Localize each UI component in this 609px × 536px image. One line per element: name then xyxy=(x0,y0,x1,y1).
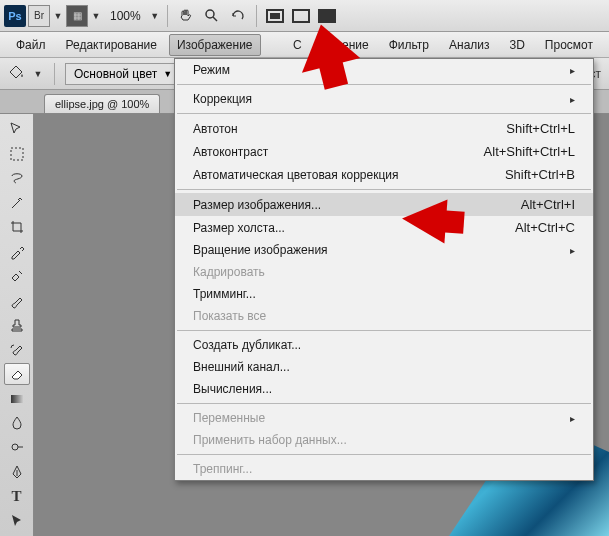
eyedropper-tool-icon[interactable] xyxy=(4,240,30,262)
menu-image-size[interactable]: Размер изображения...Alt+Ctrl+I xyxy=(175,193,593,216)
fill-source-label: Основной цвет xyxy=(74,67,157,81)
menu-edit[interactable]: Редактирование xyxy=(58,34,165,56)
menu-3d[interactable]: 3D xyxy=(502,34,533,56)
menu-autocolor[interactable]: Автоматическая цветовая коррекцияShift+C… xyxy=(175,163,593,186)
paint-bucket-icon[interactable] xyxy=(6,62,26,85)
app-toolbar: Ps Br ▼ ▦ ▼ 100% ▼ xyxy=(0,0,609,32)
menu-trap: Треппинг... xyxy=(175,458,593,480)
tool-palette: T xyxy=(0,114,34,536)
minibridge-icon[interactable]: ▦ xyxy=(66,5,88,27)
fill-source-select[interactable]: Основной цвет ▼ xyxy=(65,63,181,85)
blur-tool-icon[interactable] xyxy=(4,412,30,434)
menu-adjustments[interactable]: Коррекция xyxy=(175,88,593,110)
type-tool-icon[interactable]: T xyxy=(4,485,30,507)
screenmode-standard-icon[interactable] xyxy=(263,5,287,27)
zoom-level[interactable]: 100% xyxy=(104,9,147,23)
separator xyxy=(54,63,55,85)
menu-canvas-size[interactable]: Размер холста...Alt+Ctrl+C xyxy=(175,216,593,239)
ps-logo-icon: Ps xyxy=(4,5,26,27)
menu-filter[interactable]: Фильтр xyxy=(381,34,437,56)
menu-file[interactable]: Файл xyxy=(8,34,54,56)
menu-duplicate[interactable]: Создать дубликат... xyxy=(175,334,593,356)
svg-rect-3 xyxy=(11,395,23,403)
dodge-tool-icon[interactable] xyxy=(4,436,30,458)
separator xyxy=(167,5,168,27)
document-tab[interactable]: ellipse.jpg @ 100% xyxy=(44,94,160,113)
heal-tool-icon[interactable] xyxy=(4,265,30,287)
chevron-down-icon[interactable]: ▼ xyxy=(149,5,161,27)
eraser-tool-icon[interactable] xyxy=(4,363,30,386)
stamp-tool-icon[interactable] xyxy=(4,314,30,336)
history-brush-icon[interactable] xyxy=(4,338,30,360)
menu-mode[interactable]: Режим xyxy=(175,59,593,81)
menu-reveal-all: Показать все xyxy=(175,305,593,327)
screenmode-full-icon[interactable] xyxy=(289,5,313,27)
pen-tool-icon[interactable] xyxy=(4,461,30,483)
image-menu-dropdown: Режим Коррекция АвтотонShift+Ctrl+L Авто… xyxy=(174,58,594,481)
svg-rect-2 xyxy=(11,148,23,160)
menu-image[interactable]: Изображение xyxy=(169,34,261,56)
rotate-view-icon[interactable] xyxy=(226,5,250,27)
chevron-down-icon[interactable]: ▼ xyxy=(52,5,64,27)
path-select-tool-icon[interactable] xyxy=(4,510,30,532)
separator xyxy=(177,330,591,331)
gradient-tool-icon[interactable] xyxy=(4,387,30,409)
marquee-tool-icon[interactable] xyxy=(4,142,30,164)
menu-image-rotation[interactable]: Вращение изображения xyxy=(175,239,593,261)
menu-trim[interactable]: Тримминг... xyxy=(175,283,593,305)
menu-apply-image[interactable]: Внешний канал... xyxy=(175,356,593,378)
menu-crop: Кадрировать xyxy=(175,261,593,283)
menu-apply-dataset: Применить набор данных... xyxy=(175,429,593,451)
menu-analysis[interactable]: Анализ xyxy=(441,34,498,56)
annotation-arrow-icon xyxy=(401,197,448,244)
menu-autocontrast[interactable]: АвтоконтрастAlt+Shift+Ctrl+L xyxy=(175,140,593,163)
brush-tool-icon[interactable] xyxy=(4,289,30,311)
move-tool-icon[interactable] xyxy=(4,118,30,140)
separator xyxy=(177,403,591,404)
separator xyxy=(177,84,591,85)
menu-variables: Переменные xyxy=(175,407,593,429)
separator xyxy=(177,189,591,190)
svg-point-0 xyxy=(206,10,214,18)
crop-tool-icon[interactable] xyxy=(4,216,30,238)
menu-view-fragment[interactable]: Просмот xyxy=(537,34,601,56)
wand-tool-icon[interactable] xyxy=(4,191,30,213)
separator xyxy=(256,5,257,27)
bridge-icon[interactable]: Br xyxy=(28,5,50,27)
zoom-tool-icon[interactable] xyxy=(200,5,224,27)
lasso-tool-icon[interactable] xyxy=(4,167,30,189)
separator xyxy=(177,113,591,114)
menu-calculations[interactable]: Вычисления... xyxy=(175,378,593,400)
chevron-down-icon: ▼ xyxy=(163,69,172,79)
svg-line-1 xyxy=(213,17,217,21)
svg-point-4 xyxy=(12,444,18,450)
separator xyxy=(177,454,591,455)
chevron-down-icon[interactable]: ▼ xyxy=(90,5,102,27)
menu-autotone[interactable]: АвтотонShift+Ctrl+L xyxy=(175,117,593,140)
hand-tool-icon[interactable] xyxy=(174,5,198,27)
chevron-down-icon[interactable]: ▼ xyxy=(32,63,44,85)
